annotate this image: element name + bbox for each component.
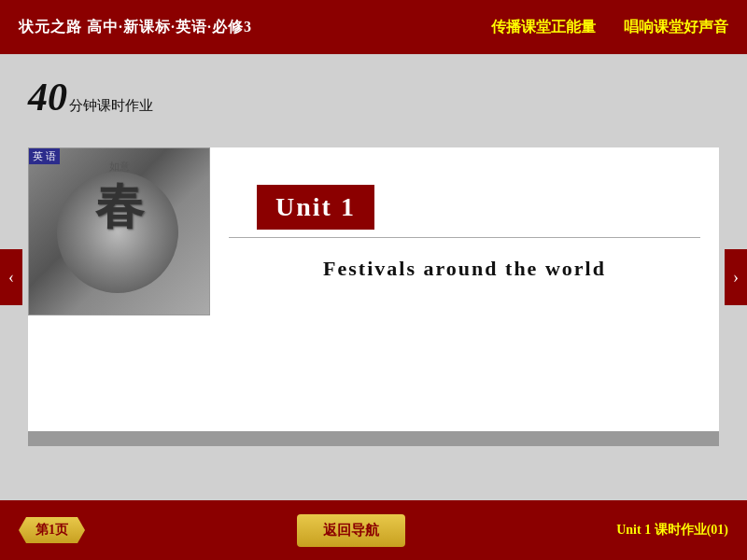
footer-unit-info: Unit 1 课时作业(01) (616, 522, 728, 539)
next-arrow[interactable]: › (725, 249, 747, 305)
footer: 第1页 返回导航 Unit 1 课时作业(01) (0, 500, 747, 560)
footer-left: 第1页 (19, 517, 85, 543)
unit-box: Unit 1 (257, 185, 374, 230)
book-tag: 英 语 (29, 148, 60, 164)
nav-return-button[interactable]: 返回导航 (297, 514, 405, 547)
slogan-1: 传播课堂正能量 (491, 18, 596, 37)
right-arrow-icon: › (733, 268, 739, 287)
time-label: 40 分钟课时作业 (28, 77, 153, 117)
content-card: 英 语 春 如意 Unit 1 (28, 147, 719, 446)
unit-subtitle: Festivals around the world (210, 257, 719, 281)
left-arrow-icon: ‹ (8, 268, 14, 287)
time-text: 分钟课时作业 (69, 97, 153, 115)
right-panel: Unit 1 Festivals around the world (210, 147, 719, 315)
time-number: 40 (28, 77, 67, 117)
book-cover-image: 英 语 春 如意 (29, 148, 209, 315)
book-cover: 英 语 春 如意 (28, 147, 210, 315)
divider (229, 237, 700, 238)
page-badge: 第1页 (19, 517, 85, 543)
header-slogans: 传播课堂正能量 唱响课堂好声音 (491, 18, 728, 37)
spring-character: 春 (95, 175, 144, 240)
main-area: ‹ › 40 分钟课时作业 英 语 春 如意 (0, 54, 747, 500)
slogan-2: 唱响课堂好声音 (624, 18, 728, 37)
header-title: 状元之路 高中·新课标·英语·必修3 (19, 18, 252, 37)
prev-arrow[interactable]: ‹ (0, 249, 22, 305)
bottom-bar (28, 431, 719, 446)
unit-label: Unit 1 (275, 192, 356, 221)
header: 状元之路 高中·新课标·英语·必修3 传播课堂正能量 唱响课堂好声音 (0, 0, 747, 54)
